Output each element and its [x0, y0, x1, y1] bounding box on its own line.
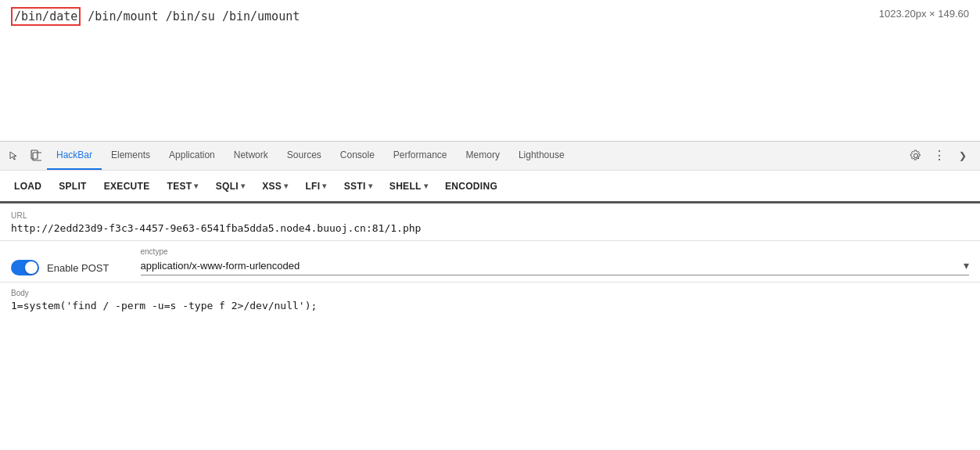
- tab-network[interactable]: Network: [224, 142, 278, 170]
- tab-sources[interactable]: Sources: [278, 142, 331, 170]
- enctype-label: enctype: [141, 247, 970, 256]
- enctype-dropdown-arrow[interactable]: ▾: [964, 259, 969, 272]
- expand-icon-btn[interactable]: ❯: [952, 145, 974, 167]
- page-dimensions: 1023.20px × 149.60: [879, 8, 969, 20]
- tab-console[interactable]: Console: [331, 142, 384, 170]
- page-text: /bin/date /bin/mount /bin/su /bin/umount: [11, 8, 969, 26]
- devtools-tabs-bar: HackBar Elements Application Network Sou…: [0, 142, 980, 171]
- devtools-tabs-right: ⋮ ❯: [905, 145, 977, 167]
- tab-application[interactable]: Application: [160, 142, 224, 170]
- body-section: Body 1=system('find / -perm -u=s -type f…: [0, 283, 980, 318]
- url-label: URL: [11, 211, 969, 220]
- xss-button[interactable]: XSS ▾: [254, 178, 296, 195]
- browser-content-area: /bin/date /bin/mount /bin/su /bin/umount…: [0, 0, 980, 141]
- svg-rect-0: [31, 150, 38, 159]
- test-button[interactable]: TEST ▾: [160, 178, 206, 195]
- highlighted-path: /bin/date: [11, 7, 81, 26]
- enctype-select-wrapper: application/x-www-form-urlencoded ▾: [141, 259, 970, 275]
- enctype-value: application/x-www-form-urlencoded: [141, 260, 964, 272]
- page-content-rest: /bin/mount /bin/su /bin/umount: [81, 9, 300, 23]
- execute-button[interactable]: EXECUTE: [96, 178, 158, 195]
- shell-arrow: ▾: [424, 182, 428, 190]
- body-value[interactable]: 1=system('find / -perm -u=s -type f 2>/d…: [11, 300, 969, 311]
- xss-arrow: ▾: [284, 182, 288, 190]
- encoding-button[interactable]: ENCODING: [437, 178, 505, 195]
- lfi-button[interactable]: LFI ▾: [297, 178, 334, 195]
- ssti-button[interactable]: SSTI ▾: [336, 178, 380, 195]
- shell-button[interactable]: SHELL ▾: [382, 178, 436, 195]
- tab-elements[interactable]: Elements: [102, 142, 160, 170]
- tab-lighthouse[interactable]: Lighthouse: [509, 142, 574, 170]
- body-label: Body: [11, 289, 969, 297]
- devtools-tabs-list: HackBar Elements Application Network Sou…: [47, 142, 905, 170]
- more-options-icon-btn[interactable]: ⋮: [928, 145, 950, 167]
- tab-hackbar[interactable]: HackBar: [47, 142, 102, 170]
- hackbar-toolbar: LOAD SPLIT EXECUTE TEST ▾ SQLI ▾ XSS ▾ L…: [0, 171, 980, 203]
- tab-performance[interactable]: Performance: [384, 142, 457, 170]
- sqli-arrow: ▾: [241, 182, 245, 190]
- test-arrow: ▾: [194, 182, 198, 190]
- cursor-icon-btn[interactable]: [3, 145, 25, 167]
- enable-post-toggle[interactable]: [11, 260, 39, 275]
- sqli-button[interactable]: SQLI ▾: [208, 178, 253, 195]
- tab-memory[interactable]: Memory: [457, 142, 509, 170]
- devtools-panel: HackBar Elements Application Network Sou…: [0, 141, 980, 450]
- enable-post-label: Enable POST: [47, 262, 109, 274]
- ssti-arrow: ▾: [368, 182, 372, 190]
- url-value[interactable]: http://2edd23d9-f3c3-4457-9e63-6541fba5d…: [11, 222, 969, 234]
- load-button[interactable]: LOAD: [6, 178, 49, 195]
- lfi-arrow: ▾: [322, 182, 326, 190]
- split-button[interactable]: SPLIT: [51, 178, 95, 195]
- post-enctype-row: Enable POST enctype application/x-www-fo…: [0, 241, 980, 283]
- device-icon-btn[interactable]: [25, 145, 47, 167]
- enctype-section: enctype application/x-www-form-urlencode…: [141, 247, 970, 275]
- settings-icon-btn[interactable]: [905, 145, 927, 167]
- url-section: URL http://2edd23d9-f3c3-4457-9e63-6541f…: [0, 203, 980, 241]
- enable-post-section: Enable POST: [11, 260, 109, 275]
- hackbar-content: URL http://2edd23d9-f3c3-4457-9e63-6541f…: [0, 203, 980, 450]
